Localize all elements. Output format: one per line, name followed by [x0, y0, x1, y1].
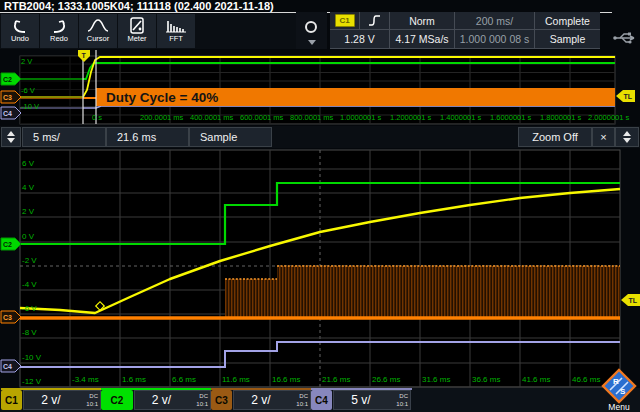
- intensity-knob[interactable]: [296, 12, 327, 49]
- channel-badge-c4[interactable]: C4: [311, 390, 332, 410]
- channel-marker-c2[interactable]: C2: [1, 73, 21, 85]
- channel-settings-bar: C12 v/DC10:1C22 v/DC10:1C32 v/DC10:1C45 …: [0, 388, 640, 412]
- time-axis-label: 31.6 ms: [422, 375, 450, 384]
- main-waveform-area: 6 V4 V2 V0 V-2 V-4 V-6 V-8 V-10 V-12 V-3…: [0, 148, 640, 388]
- overview-time-label: 1.4000001 s: [440, 113, 482, 122]
- overview-time-label: 1.2000001 s: [390, 113, 432, 122]
- volt-axis-label: 6 V: [22, 159, 35, 168]
- meter-button[interactable]: Meter: [118, 14, 156, 48]
- toolbar: Undo Redo Cursor Meter FFT: [0, 13, 296, 49]
- trigger-mode-cell[interactable]: Norm: [390, 12, 455, 30]
- trigger-level-cell[interactable]: 1.28 V: [330, 30, 390, 49]
- overview-volt-label: 2 V: [21, 57, 32, 66]
- overview-time-label: 1.6000001 s: [490, 113, 532, 122]
- undo-arrow-icon: [10, 17, 30, 34]
- meter-label: Meter: [118, 34, 156, 43]
- zoom-close-button[interactable]: ×: [592, 127, 615, 147]
- zoom-off-button[interactable]: Zoom Off: [518, 127, 592, 147]
- knob-arrow-icon: [308, 40, 316, 45]
- overview-volt-label: -10 V: [21, 102, 39, 111]
- horizontal-position-cell[interactable]: 1.000 000 08 s: [455, 30, 535, 49]
- zoom-scale-cell[interactable]: 5 ms/: [22, 127, 106, 147]
- undo-button[interactable]: Undo: [1, 14, 39, 48]
- channel-scale-cell-c3[interactable]: 2 v/DC10:1: [233, 390, 311, 410]
- channel-marker-label: C2: [3, 241, 12, 248]
- timebase-value: 200 ms/: [476, 15, 513, 27]
- channel-scale-cell-c1[interactable]: 2 v/DC10:1: [23, 390, 101, 410]
- zoom-position-spinner[interactable]: [615, 127, 639, 147]
- menu-label: Menu: [600, 402, 638, 412]
- channel-badge-c3[interactable]: C3: [211, 390, 232, 410]
- time-axis-label: -3.4 ms: [72, 375, 99, 384]
- channel-badge-c1[interactable]: C1: [1, 390, 22, 410]
- overview-volt-label: -6 V: [21, 86, 35, 95]
- horizontal-position: 1.000 000 08 s: [460, 33, 529, 45]
- redo-arrow-icon: [49, 17, 69, 34]
- spinner-down-icon: [7, 138, 15, 143]
- overview-time-label: 2.0000001 s: [588, 113, 630, 122]
- fft-button[interactable]: FFT: [157, 14, 195, 48]
- zoom-width: 21.6 ms: [107, 131, 156, 143]
- overview-waveform-area: Duty Cycle = 40%T2 V-6 V-10 V0 s200.0001…: [0, 49, 640, 126]
- channel-marker-label: C4: [3, 363, 12, 370]
- channel-marker-c2[interactable]: C2: [1, 238, 21, 250]
- overview-time-label: 1.0000001 s: [340, 113, 382, 122]
- trigger-slope-cell[interactable]: [360, 12, 390, 30]
- trace-c3-pwm-band: [277, 266, 620, 317]
- overview-time-label: 200.0001 ms: [140, 113, 184, 122]
- spinner-up-icon: [7, 131, 15, 136]
- overview-time-label: 400.0001 ms: [190, 113, 234, 122]
- svg-text:S: S: [620, 387, 626, 396]
- volt-axis-label: 0 V: [22, 232, 35, 241]
- channel-coupling-probe: DC10:1: [296, 392, 308, 408]
- acquisition-state-cell[interactable]: Complete: [535, 12, 600, 30]
- channel-scale: 2 v/: [234, 391, 288, 409]
- channel-badge-c2[interactable]: C2: [101, 390, 133, 410]
- zoom-scale-spinner[interactable]: [1, 127, 21, 147]
- channel-marker-c4[interactable]: C4: [1, 360, 21, 372]
- volt-axis-label: -2 V: [22, 256, 37, 265]
- time-axis-label: 21.6 ms: [322, 375, 350, 384]
- trigger-source-cell[interactable]: C1: [330, 12, 360, 30]
- trigger-level-marker[interactable]: TL: [616, 90, 635, 102]
- channel-marker-label: C4: [3, 110, 12, 117]
- sample-rate: 4.17 MSa/s: [395, 33, 448, 45]
- cursor-button[interactable]: Cursor: [79, 14, 117, 48]
- trigger-level-marker[interactable]: TL: [621, 294, 640, 306]
- sample-rate-cell[interactable]: 4.17 MSa/s: [390, 30, 455, 49]
- overview-time-label: 1.8000001 s: [540, 113, 582, 122]
- sine-wave-icon: [86, 17, 110, 34]
- time-axis-label: 26.6 ms: [372, 375, 400, 384]
- timebase-cell[interactable]: 200 ms/: [455, 12, 535, 30]
- time-axis-label: 36.6 ms: [472, 375, 500, 384]
- time-axis-label: 1.6 ms: [122, 375, 146, 384]
- duty-cycle-annotation: Duty Cycle = 40%: [106, 90, 218, 105]
- cursor-label: Cursor: [79, 34, 117, 43]
- spinner-down-icon: [623, 138, 631, 143]
- channel-coupling-probe: DC10:1: [196, 392, 208, 408]
- acquisition-mode-cell[interactable]: Sample: [535, 30, 600, 49]
- zoom-width-cell[interactable]: 21.6 ms: [106, 127, 189, 147]
- rising-edge-icon: [368, 14, 382, 27]
- channel-marker-label: C3: [3, 314, 12, 321]
- acquisition-mode: Sample: [550, 33, 586, 45]
- channel-scale: 2 v/: [135, 391, 188, 409]
- channel-marker-c3[interactable]: C3: [1, 311, 21, 323]
- trigger-level: 1.28 V: [344, 33, 374, 45]
- channel-marker-c4[interactable]: C4: [1, 107, 21, 119]
- volt-axis-label: 4 V: [22, 183, 35, 192]
- zoom-mode-cell[interactable]: Sample: [189, 127, 272, 147]
- zoom-scale: 5 ms/: [23, 131, 60, 143]
- spinner-up-icon: [623, 131, 631, 136]
- trigger-mode: Norm: [409, 15, 435, 27]
- knob-ring-icon: [305, 21, 317, 33]
- channel-scale-cell-c4[interactable]: 5 v/DC10:1: [333, 390, 411, 410]
- time-axis-label: 46.6 ms: [572, 375, 600, 384]
- channel-marker-c3[interactable]: C3: [1, 91, 21, 103]
- channel-scale-cell-c2[interactable]: 2 v/DC10:1: [134, 390, 211, 410]
- device-title: RTB2004; 1333.1005K04; 111118 (02.400 20…: [4, 0, 274, 12]
- channel-coupling-probe: DC10:1: [86, 392, 98, 408]
- menu-button[interactable]: R S Menu: [600, 368, 638, 412]
- redo-button[interactable]: Redo: [40, 14, 78, 48]
- volt-axis-label: -12 V: [22, 377, 42, 386]
